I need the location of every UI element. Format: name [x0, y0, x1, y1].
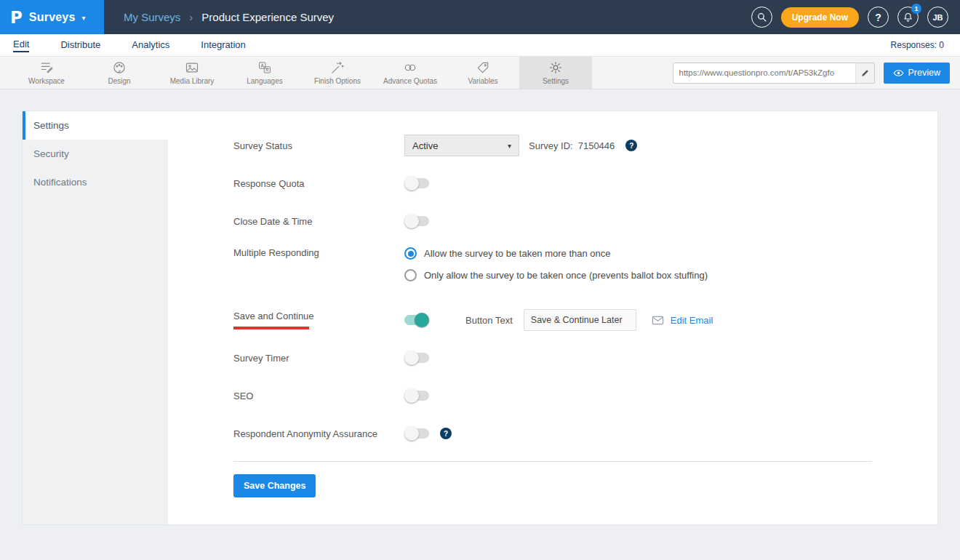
toolbar: Workspace Design Media Library Languages…: [0, 57, 960, 89]
avatar[interactable]: JB: [927, 7, 948, 28]
respondent-anonymity-row: Respondent Anonymity Assurance ?: [233, 415, 937, 452]
question-mark-icon: ?: [875, 12, 881, 23]
topbar-actions: Upgrade Now ? 1 JB: [751, 7, 960, 28]
sidebar-item-label: Notifications: [33, 177, 87, 188]
palette-icon: [112, 60, 127, 75]
radio-only-once[interactable]: [404, 269, 417, 281]
tag-icon: [476, 60, 490, 75]
survey-timer-row: Survey Timer: [233, 339, 937, 377]
respondent-anonymity-toggle[interactable]: [404, 428, 429, 439]
close-date-row: Close Date & Time: [233, 202, 937, 240]
responses-count: Responses: 0: [891, 40, 947, 50]
search-button[interactable]: [751, 7, 772, 28]
save-and-continue-toggle[interactable]: [404, 315, 429, 325]
edit-email-link[interactable]: Edit Email: [651, 313, 713, 327]
settings-sidebar: Settings Security Notifications: [23, 111, 168, 524]
tabbar: Edit Distribute Analytics Integration Re…: [0, 34, 960, 57]
seo-label: SEO: [233, 391, 404, 401]
radio-option-allow: Allow the survey to be taken more than o…: [404, 247, 708, 260]
survey-status-value: Active: [412, 140, 438, 151]
save-and-continue-row: Save and Continue Button Text Edit Email: [233, 301, 937, 339]
survey-url-box: [673, 63, 875, 84]
breadcrumb-separator: ›: [189, 11, 193, 23]
multiple-responding-label: Multiple Responding: [233, 247, 404, 258]
links-icon: [403, 60, 417, 75]
toolbar-item-label: Advance Quotas: [383, 77, 437, 85]
edit-url-button[interactable]: [855, 63, 874, 83]
toggle-knob: [415, 313, 429, 327]
toolbar-right: Preview: [673, 57, 960, 89]
notification-badge: 1: [911, 4, 921, 14]
notifications-button[interactable]: 1: [897, 7, 919, 28]
sidebar-item-security[interactable]: Security: [23, 140, 168, 168]
topbar: P Surveys ▾ My Surveys › Product Experie…: [0, 0, 960, 34]
search-icon: [756, 12, 767, 23]
toolbar-item-variables[interactable]: Variables: [447, 57, 519, 89]
radio-label: Allow the survey to be taken more than o…: [424, 248, 611, 259]
settings-form: Survey Status Active ▾ Survey ID: 715044…: [168, 111, 937, 524]
toggle-knob: [404, 426, 419, 441]
chevron-down-icon: ▾: [508, 142, 511, 150]
tab-integration[interactable]: Integration: [201, 39, 245, 52]
upgrade-now-button[interactable]: Upgrade Now: [781, 7, 859, 28]
response-quota-toggle[interactable]: [404, 178, 429, 188]
survey-timer-label: Survey Timer: [233, 353, 404, 364]
respondent-anonymity-help-icon[interactable]: ?: [440, 428, 452, 439]
toolbar-item-label: Variables: [468, 77, 498, 85]
toolbar-item-settings[interactable]: Settings: [519, 57, 592, 89]
survey-timer-toggle[interactable]: [404, 353, 429, 363]
close-date-toggle[interactable]: [404, 216, 429, 226]
toolbar-item-label: Media Library: [170, 77, 215, 85]
survey-id-label: Survey ID:: [529, 140, 573, 151]
button-text-input[interactable]: [524, 309, 636, 331]
radio-label: Only allow the survey to be taken once (…: [424, 270, 708, 281]
save-and-continue-label: Save and Continue: [233, 311, 404, 329]
tab-edit[interactable]: Edit: [13, 39, 29, 52]
toolbar-item-design[interactable]: Design: [83, 57, 156, 89]
breadcrumb-my-surveys[interactable]: My Surveys: [124, 11, 180, 23]
bell-icon: [903, 12, 913, 23]
seo-row: SEO: [233, 377, 937, 415]
toolbar-item-finish-options[interactable]: Finish Options: [301, 57, 374, 89]
survey-status-select[interactable]: Active ▾: [404, 135, 519, 156]
survey-url-input[interactable]: [673, 68, 855, 77]
help-button[interactable]: ?: [868, 7, 889, 28]
multiple-responding-options: Allow the survey to be taken more than o…: [404, 247, 708, 291]
save-changes-button[interactable]: Save Changes: [233, 474, 316, 497]
tab-analytics[interactable]: Analytics: [132, 39, 169, 52]
toggle-knob: [404, 214, 419, 228]
product-name: Surveys: [29, 11, 76, 24]
toggle-knob: [404, 388, 419, 403]
toolbar-item-languages[interactable]: Languages: [228, 57, 301, 89]
preview-button[interactable]: Preview: [884, 63, 950, 84]
workspace-icon: [39, 60, 54, 75]
red-annotation-underline: [233, 327, 309, 329]
survey-id-help-icon[interactable]: ?: [625, 140, 637, 151]
sidebar-item-label: Security: [33, 148, 69, 159]
response-quota-row: Response Quota: [233, 164, 937, 202]
preview-label: Preview: [908, 68, 940, 78]
save-and-continue-label-text: Save and Continue: [233, 311, 314, 321]
sidebar-item-label: Settings: [33, 120, 69, 131]
envelope-icon: [651, 313, 665, 327]
toggle-knob: [404, 351, 419, 365]
gear-icon: [548, 60, 563, 75]
tab-distribute[interactable]: Distribute: [60, 39, 100, 52]
product-switcher[interactable]: P Surveys ▾: [0, 0, 104, 34]
questionpro-logo: P: [10, 8, 23, 27]
seo-toggle[interactable]: [404, 391, 429, 401]
survey-status-row: Survey Status Active ▾ Survey ID: 715044…: [233, 127, 937, 164]
toolbar-item-label: Finish Options: [314, 77, 361, 85]
radio-allow-multiple[interactable]: [404, 247, 417, 260]
edit-email-label: Edit Email: [671, 315, 713, 326]
avatar-initials: JB: [932, 13, 943, 22]
sidebar-item-notifications[interactable]: Notifications: [23, 168, 168, 196]
form-divider: [233, 461, 872, 462]
sidebar-item-settings[interactable]: Settings: [23, 111, 168, 140]
respondent-anonymity-label: Respondent Anonymity Assurance: [233, 428, 404, 439]
toolbar-item-advance-quotas[interactable]: Advance Quotas: [374, 57, 447, 89]
toolbar-item-label: Languages: [247, 77, 283, 85]
toolbar-item-media-library[interactable]: Media Library: [156, 57, 228, 89]
toolbar-item-workspace[interactable]: Workspace: [10, 57, 83, 89]
toggle-knob: [404, 176, 419, 191]
